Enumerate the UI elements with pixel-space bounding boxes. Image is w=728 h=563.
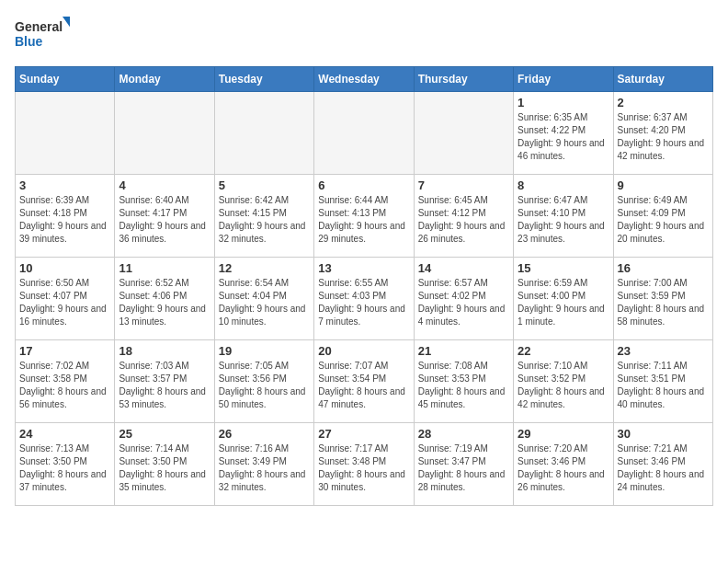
calendar-week-row: 3Sunrise: 6:39 AM Sunset: 4:18 PM Daylig…: [16, 175, 713, 258]
day-number: 4: [119, 178, 210, 192]
day-number: 17: [19, 344, 110, 358]
calendar-cell: 22Sunrise: 7:10 AM Sunset: 3:52 PM Dayli…: [514, 340, 613, 423]
day-number: 24: [19, 427, 110, 441]
day-number: 22: [518, 344, 609, 358]
day-number: 12: [219, 261, 310, 275]
day-info: Sunrise: 7:10 AM Sunset: 3:52 PM Dayligh…: [518, 360, 609, 411]
day-number: 9: [618, 178, 709, 192]
calendar-cell: 1Sunrise: 6:35 AM Sunset: 4:22 PM Daylig…: [514, 92, 613, 175]
calendar-cell: 12Sunrise: 6:54 AM Sunset: 4:04 PM Dayli…: [214, 258, 313, 340]
calendar-cell: 3Sunrise: 6:39 AM Sunset: 4:18 PM Daylig…: [16, 175, 115, 258]
day-number: 2: [618, 96, 709, 109]
calendar-cell: 20Sunrise: 7:07 AM Sunset: 3:54 PM Dayli…: [314, 340, 414, 423]
svg-marker-2: [63, 17, 70, 29]
day-number: 1: [518, 96, 609, 109]
day-info: Sunrise: 6:54 AM Sunset: 4:04 PM Dayligh…: [219, 277, 310, 328]
calendar-cell: 21Sunrise: 7:08 AM Sunset: 3:53 PM Dayli…: [414, 340, 513, 423]
calendar-week-row: 1Sunrise: 6:35 AM Sunset: 4:22 PM Daylig…: [16, 92, 713, 175]
calendar-cell: 23Sunrise: 7:11 AM Sunset: 3:51 PM Dayli…: [613, 340, 712, 423]
day-number: 3: [19, 178, 110, 192]
weekday-header-monday: Monday: [115, 67, 214, 92]
logo: General Blue: [15, 15, 70, 55]
day-info: Sunrise: 6:37 AM Sunset: 4:20 PM Dayligh…: [618, 111, 709, 163]
calendar-cell: 10Sunrise: 6:50 AM Sunset: 4:07 PM Dayli…: [16, 258, 115, 340]
logo-svg: General Blue: [15, 15, 70, 55]
day-info: Sunrise: 7:21 AM Sunset: 3:46 PM Dayligh…: [618, 442, 709, 494]
day-number: 13: [318, 261, 409, 275]
day-number: 18: [119, 344, 210, 358]
calendar-cell: [16, 92, 115, 175]
day-number: 5: [219, 178, 310, 192]
weekday-header-tuesday: Tuesday: [214, 67, 313, 92]
calendar-week-row: 24Sunrise: 7:13 AM Sunset: 3:50 PM Dayli…: [16, 423, 713, 506]
day-info: Sunrise: 7:07 AM Sunset: 3:54 PM Dayligh…: [318, 360, 409, 411]
weekday-header-row: SundayMondayTuesdayWednesdayThursdayFrid…: [16, 67, 713, 92]
day-info: Sunrise: 7:19 AM Sunset: 3:47 PM Dayligh…: [418, 442, 509, 494]
day-number: 21: [418, 344, 509, 358]
day-info: Sunrise: 6:57 AM Sunset: 4:02 PM Dayligh…: [418, 277, 509, 328]
calendar-cell: [314, 92, 414, 175]
day-number: 10: [19, 261, 110, 275]
weekday-header-friday: Friday: [514, 67, 613, 92]
day-number: 16: [618, 261, 709, 275]
day-info: Sunrise: 7:13 AM Sunset: 3:50 PM Dayligh…: [19, 442, 110, 494]
calendar-cell: 6Sunrise: 6:44 AM Sunset: 4:13 PM Daylig…: [314, 175, 414, 258]
day-number: 7: [418, 178, 509, 192]
calendar-cell: 5Sunrise: 6:42 AM Sunset: 4:15 PM Daylig…: [214, 175, 313, 258]
calendar-cell: 18Sunrise: 7:03 AM Sunset: 3:57 PM Dayli…: [115, 340, 214, 423]
calendar-cell: 29Sunrise: 7:20 AM Sunset: 3:46 PM Dayli…: [514, 423, 613, 506]
day-info: Sunrise: 6:50 AM Sunset: 4:07 PM Dayligh…: [19, 277, 110, 328]
weekday-header-sunday: Sunday: [16, 67, 115, 92]
day-info: Sunrise: 7:11 AM Sunset: 3:51 PM Dayligh…: [618, 360, 709, 411]
calendar-cell: 26Sunrise: 7:16 AM Sunset: 3:49 PM Dayli…: [214, 423, 313, 506]
day-info: Sunrise: 6:39 AM Sunset: 4:18 PM Dayligh…: [19, 194, 110, 246]
day-number: 25: [119, 427, 210, 441]
calendar-cell: 4Sunrise: 6:40 AM Sunset: 4:17 PM Daylig…: [115, 175, 214, 258]
calendar-cell: 2Sunrise: 6:37 AM Sunset: 4:20 PM Daylig…: [613, 92, 712, 175]
calendar: SundayMondayTuesdayWednesdayThursdayFrid…: [15, 66, 713, 506]
day-number: 14: [418, 261, 509, 275]
day-info: Sunrise: 6:40 AM Sunset: 4:17 PM Dayligh…: [119, 194, 210, 246]
day-number: 11: [119, 261, 210, 275]
day-info: Sunrise: 6:49 AM Sunset: 4:09 PM Dayligh…: [618, 194, 709, 246]
day-info: Sunrise: 6:45 AM Sunset: 4:12 PM Dayligh…: [418, 194, 509, 246]
calendar-cell: [414, 92, 513, 175]
day-number: 6: [318, 178, 409, 192]
weekday-header-wednesday: Wednesday: [314, 67, 414, 92]
svg-text:General: General: [15, 19, 63, 34]
day-info: Sunrise: 7:05 AM Sunset: 3:56 PM Dayligh…: [219, 360, 310, 411]
day-number: 26: [219, 427, 310, 441]
svg-text:Blue: Blue: [15, 34, 43, 49]
day-number: 23: [618, 344, 709, 358]
day-info: Sunrise: 6:47 AM Sunset: 4:10 PM Dayligh…: [518, 194, 609, 246]
day-info: Sunrise: 6:52 AM Sunset: 4:06 PM Dayligh…: [119, 277, 210, 328]
day-info: Sunrise: 6:42 AM Sunset: 4:15 PM Dayligh…: [219, 194, 310, 246]
calendar-cell: 7Sunrise: 6:45 AM Sunset: 4:12 PM Daylig…: [414, 175, 513, 258]
day-info: Sunrise: 7:14 AM Sunset: 3:50 PM Dayligh…: [119, 442, 210, 494]
day-number: 30: [618, 427, 709, 441]
day-number: 20: [318, 344, 409, 358]
day-info: Sunrise: 7:00 AM Sunset: 3:59 PM Dayligh…: [618, 277, 709, 328]
calendar-cell: 24Sunrise: 7:13 AM Sunset: 3:50 PM Dayli…: [16, 423, 115, 506]
calendar-week-row: 17Sunrise: 7:02 AM Sunset: 3:58 PM Dayli…: [16, 340, 713, 423]
calendar-cell: 17Sunrise: 7:02 AM Sunset: 3:58 PM Dayli…: [16, 340, 115, 423]
day-number: 15: [518, 261, 609, 275]
calendar-cell: 14Sunrise: 6:57 AM Sunset: 4:02 PM Dayli…: [414, 258, 513, 340]
calendar-week-row: 10Sunrise: 6:50 AM Sunset: 4:07 PM Dayli…: [16, 258, 713, 340]
calendar-cell: 16Sunrise: 7:00 AM Sunset: 3:59 PM Dayli…: [613, 258, 712, 340]
day-info: Sunrise: 7:02 AM Sunset: 3:58 PM Dayligh…: [19, 360, 110, 411]
day-number: 28: [418, 427, 509, 441]
weekday-header-thursday: Thursday: [414, 67, 513, 92]
calendar-cell: [115, 92, 214, 175]
calendar-cell: [214, 92, 313, 175]
weekday-header-saturday: Saturday: [613, 67, 712, 92]
calendar-cell: 28Sunrise: 7:19 AM Sunset: 3:47 PM Dayli…: [414, 423, 513, 506]
day-number: 29: [518, 427, 609, 441]
calendar-cell: 8Sunrise: 6:47 AM Sunset: 4:10 PM Daylig…: [514, 175, 613, 258]
day-info: Sunrise: 7:17 AM Sunset: 3:48 PM Dayligh…: [318, 442, 409, 494]
calendar-cell: 15Sunrise: 6:59 AM Sunset: 4:00 PM Dayli…: [514, 258, 613, 340]
calendar-cell: 30Sunrise: 7:21 AM Sunset: 3:46 PM Dayli…: [613, 423, 712, 506]
calendar-cell: 27Sunrise: 7:17 AM Sunset: 3:48 PM Dayli…: [314, 423, 414, 506]
day-info: Sunrise: 7:03 AM Sunset: 3:57 PM Dayligh…: [119, 360, 210, 411]
calendar-cell: 19Sunrise: 7:05 AM Sunset: 3:56 PM Dayli…: [214, 340, 313, 423]
